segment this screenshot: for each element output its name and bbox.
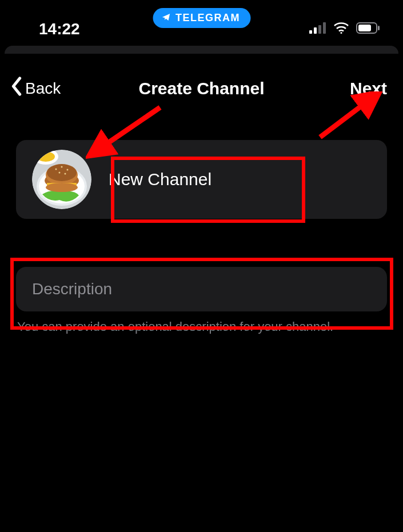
- telegram-pill-label: TELEGRAM: [175, 12, 240, 24]
- status-time: 14:22: [39, 20, 80, 38]
- wifi-icon: [333, 22, 349, 36]
- svg-point-21: [59, 172, 61, 174]
- sheet-grab-handle: [5, 46, 398, 54]
- svg-point-18: [55, 169, 57, 170]
- svg-rect-2: [318, 25, 321, 34]
- content: You can provide an optional description …: [0, 100, 403, 335]
- description-hint: You can provide an optional description …: [16, 311, 387, 335]
- status-right: [309, 22, 380, 36]
- telegram-icon: [161, 13, 171, 24]
- svg-rect-1: [314, 27, 317, 34]
- cellular-icon: [309, 22, 326, 36]
- back-button[interactable]: Back: [10, 77, 61, 100]
- channel-avatar[interactable]: [32, 150, 91, 209]
- back-label: Back: [25, 79, 61, 98]
- svg-rect-0: [309, 30, 312, 34]
- status-bar: 14:22 TELEGRAM: [0, 0, 403, 40]
- svg-point-20: [67, 169, 69, 171]
- channel-name-input[interactable]: [103, 170, 377, 189]
- next-button[interactable]: Next: [350, 79, 387, 98]
- telegram-pill[interactable]: TELEGRAM: [153, 8, 250, 28]
- description-card: [16, 267, 387, 311]
- nav-header: Back Create Channel Next: [0, 54, 403, 100]
- description-input[interactable]: [32, 280, 371, 298]
- chevron-left-icon: [10, 77, 23, 100]
- svg-rect-6: [358, 25, 371, 31]
- channel-name-card: [16, 140, 387, 219]
- battery-icon: [356, 22, 380, 36]
- svg-rect-3: [323, 22, 326, 34]
- svg-rect-7: [378, 26, 380, 30]
- svg-point-4: [341, 32, 342, 34]
- page-title: Create Channel: [138, 79, 264, 98]
- svg-point-14: [37, 151, 55, 162]
- svg-point-19: [61, 166, 63, 168]
- svg-point-22: [65, 173, 66, 175]
- svg-point-24: [46, 183, 78, 192]
